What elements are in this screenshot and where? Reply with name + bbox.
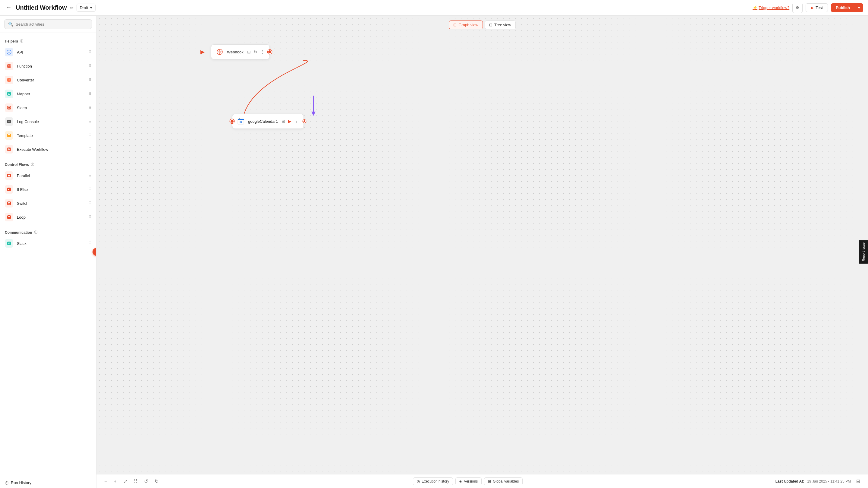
- loop-icon: [5, 213, 13, 221]
- sidebar-item-template[interactable]: Template ⠿: [0, 128, 96, 142]
- edit-icon[interactable]: ✏: [70, 5, 73, 10]
- canvas-bottom-toolbar: − + ⤢ ⠿ ↺ ↻ ◷ Execution history ◈ Versio…: [96, 474, 868, 488]
- publish-button[interactable]: Publish: [831, 3, 855, 12]
- webhook-refresh-button[interactable]: ↻: [253, 49, 258, 55]
- report-issue-button[interactable]: Report Issue: [859, 240, 868, 264]
- search-icon: 🔍: [8, 22, 13, 27]
- svg-rect-16: [8, 175, 9, 176]
- sidebar-item-function[interactable]: fn Function ⠿: [0, 59, 96, 73]
- tree-view-icon: ⊟: [489, 23, 493, 27]
- parallel-drag-icon: ⠿: [89, 173, 91, 178]
- sleep-label: Sleep: [17, 106, 85, 110]
- sidebar-item-sleep[interactable]: Sleep ⠿: [0, 101, 96, 115]
- global-variables-button[interactable]: ⊞ Global variables: [484, 478, 523, 485]
- graph-view-button[interactable]: ⊞ Graph view: [449, 21, 483, 29]
- graph-view-label: Graph view: [458, 23, 478, 27]
- tree-view-label: Tree view: [494, 23, 511, 27]
- settings-button[interactable]: ⚙: [792, 3, 803, 13]
- parallel-label: Parallel: [17, 173, 85, 178]
- gcal-label: googleCalendar1: [248, 119, 278, 124]
- log-console-drag-icon: ⠿: [89, 119, 91, 124]
- api-drag-icon: ⠿: [89, 50, 91, 54]
- api-icon: [5, 48, 13, 56]
- workflow-title: Untitled Workflow: [16, 4, 67, 11]
- svg-rect-9: [8, 121, 10, 122]
- report-issue-container: Report Issue: [859, 240, 868, 264]
- api-label: API: [17, 50, 85, 55]
- header: ← Untitled Workflow ✏ Draft ▾ ⚡ Trigger …: [0, 0, 868, 16]
- webhook-trigger-icon: ▶: [200, 49, 205, 55]
- svg-rect-8: [8, 121, 10, 121]
- fit-button[interactable]: ⤢: [121, 477, 129, 485]
- publish-dropdown-button[interactable]: ▾: [855, 3, 863, 12]
- sidebar-item-log-console[interactable]: Log Console ⠿: [0, 115, 96, 128]
- slack-icon: #: [5, 239, 13, 248]
- gcal-node-icon: 31: [237, 117, 245, 125]
- run-history-footer[interactable]: ◷ Run History: [0, 477, 96, 488]
- converter-drag-icon: ⠿: [89, 78, 91, 82]
- search-input[interactable]: [16, 22, 88, 27]
- settings-icon: ⚙: [796, 5, 799, 10]
- global-variables-label: Global variables: [493, 479, 519, 484]
- control-flows-info-icon[interactable]: ⓘ: [31, 162, 34, 167]
- webhook-more-button[interactable]: ⋮: [260, 49, 265, 55]
- gcal-more-button[interactable]: ⋮: [294, 118, 299, 124]
- draft-arrow-icon: ▾: [90, 5, 92, 10]
- execute-workflow-label: Execute Workflow: [17, 147, 85, 152]
- versions-label: Versions: [464, 479, 478, 484]
- webhook-output-connector[interactable]: [268, 50, 272, 54]
- connection-lines: [96, 16, 868, 488]
- versions-button[interactable]: ◈ Versions: [456, 478, 482, 485]
- execution-history-button[interactable]: ◷ Execution history: [413, 478, 453, 485]
- mapper-label: Mapper: [17, 92, 85, 96]
- sidebar-item-slack[interactable]: # Slack ⠿: [0, 236, 96, 250]
- sidebar-item-if-else[interactable]: ✱ If Else ⠿: [0, 182, 96, 196]
- header-left: ← Untitled Workflow ✏ Draft ▾: [5, 3, 749, 12]
- main-layout: 🔍 Helpers ⓘ API ⠿ fn Function: [0, 16, 868, 488]
- gcal-output-connector[interactable]: [303, 120, 306, 123]
- gcal-panel-button[interactable]: ⊞: [281, 118, 286, 124]
- publish-button-group: Publish ▾: [831, 3, 863, 12]
- canvas-area: ⊞ Graph view ⊟ Tree view ▶: [96, 16, 868, 488]
- sidebar-item-api[interactable]: API ⠿: [0, 45, 96, 59]
- back-button[interactable]: ←: [5, 3, 13, 12]
- zoom-out-button[interactable]: −: [102, 478, 109, 485]
- search-input-wrap[interactable]: 🔍: [4, 19, 92, 29]
- draft-button[interactable]: Draft ▾: [76, 4, 96, 12]
- sidebar-item-loop[interactable]: Loop ⠿: [0, 210, 96, 224]
- sidebar-item-parallel[interactable]: Parallel ⠿: [0, 169, 96, 182]
- svg-rect-23: [7, 216, 11, 219]
- sidebar-item-switch[interactable]: Switch ⠿: [0, 196, 96, 210]
- sidebar-item-converter[interactable]: Converter ⠿: [0, 73, 96, 87]
- grid-toggle-button[interactable]: ⊟: [855, 477, 862, 485]
- slack-drag-icon: ⠿: [89, 241, 91, 246]
- trigger-workflow-link[interactable]: ⚡ Trigger workflow?: [752, 5, 789, 10]
- webhook-panel-button[interactable]: ⊞: [247, 49, 251, 55]
- loop-drag-icon: ⠿: [89, 215, 91, 219]
- sidebar-item-execute-workflow[interactable]: Execute Workflow ⠿: [0, 142, 96, 156]
- svg-text:✱: ✱: [8, 188, 9, 191]
- svg-rect-10: [7, 134, 11, 137]
- layout-button[interactable]: ⠿: [132, 477, 139, 485]
- communication-info-icon[interactable]: ⓘ: [34, 230, 37, 235]
- sidebar-item-mapper[interactable]: Mapper ⠿: [0, 87, 96, 101]
- helpers-info-icon[interactable]: ⓘ: [20, 39, 23, 44]
- zoom-in-button[interactable]: +: [112, 478, 118, 485]
- if-else-label: If Else: [17, 187, 85, 192]
- tree-view-button[interactable]: ⊟ Tree view: [485, 21, 516, 29]
- test-button[interactable]: ▶ Test: [806, 3, 828, 12]
- canvas-history-tools: ◷ Execution history ◈ Versions ⊞ Global …: [166, 478, 770, 485]
- sleep-drag-icon: ⠿: [89, 106, 91, 110]
- sidebar-list: Helpers ⓘ API ⠿ fn Function ⠿: [0, 33, 96, 488]
- gcal-play-button[interactable]: ▶: [287, 118, 292, 124]
- undo-button[interactable]: ↺: [142, 477, 150, 485]
- redo-button[interactable]: ↻: [153, 477, 160, 485]
- slack-label: Slack: [17, 241, 85, 246]
- gcal-input-connector[interactable]: [230, 119, 234, 123]
- last-updated-text: Last Updated At: 19 Jan 2025 - 11:41:25 …: [775, 479, 851, 484]
- gcal-node: 31 googleCalendar1 ⊞ ▶ ⋮: [232, 114, 304, 129]
- draft-label: Draft: [80, 5, 88, 10]
- function-label: Function: [17, 64, 85, 68]
- webhook-actions: ⊞ ↻ ⋮: [247, 49, 265, 55]
- execute-workflow-drag-icon: ⠿: [89, 147, 91, 151]
